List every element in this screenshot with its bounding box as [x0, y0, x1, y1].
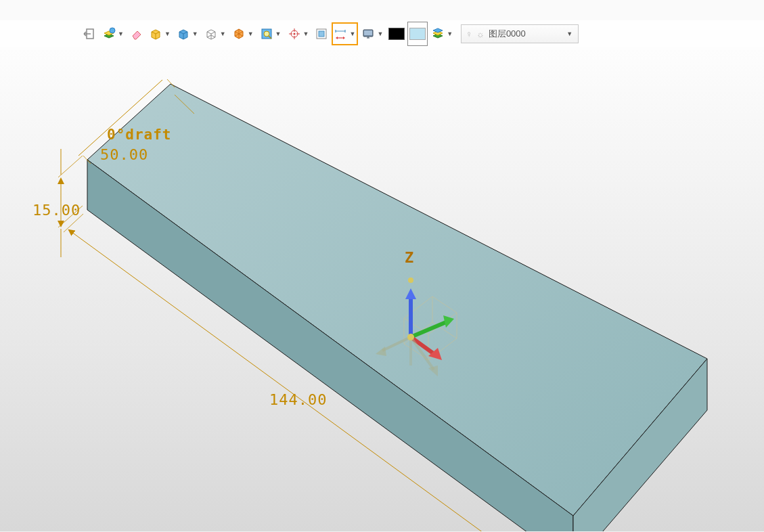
- layer-name-label: 图层0000: [489, 28, 526, 40]
- exit-button[interactable]: [81, 22, 99, 45]
- viewport-3d[interactable]: 0°draft 50.00 15.00 144.00 Z: [0, 47, 764, 531]
- box-yellow-icon: [148, 26, 163, 41]
- toolbar: ▼ ▼ ▼ ▼: [0, 20, 764, 47]
- face-select-icon: [314, 26, 329, 41]
- target-icon: [287, 26, 302, 41]
- dropdown-arrow-icon: ▼: [192, 30, 198, 37]
- sun-icon: ☼: [476, 29, 485, 39]
- model-scene: [0, 47, 764, 531]
- hexagon-icon: [231, 26, 246, 41]
- color-black[interactable]: [387, 22, 406, 45]
- svg-point-4: [293, 33, 295, 35]
- dim-length-label: 144.00: [269, 391, 327, 408]
- box-blue-icon: [176, 26, 191, 41]
- box-blue-tool[interactable]: ▼: [175, 22, 201, 45]
- hexagon-tool[interactable]: ▼: [230, 22, 256, 45]
- dimension-tool[interactable]: ▼: [332, 22, 358, 45]
- black-swatch: [388, 28, 405, 40]
- svg-rect-6: [319, 31, 324, 37]
- display-tool[interactable]: ▼: [359, 22, 386, 45]
- svg-point-36: [408, 278, 413, 283]
- svg-marker-9: [87, 84, 707, 516]
- box-wire-icon: [204, 26, 219, 41]
- dropdown-arrow-icon: ▼: [349, 30, 355, 37]
- exit-icon: [83, 26, 97, 41]
- svg-line-16: [58, 156, 83, 177]
- dropdown-arrow-icon: ▼: [118, 30, 124, 37]
- eraser-tool[interactable]: [128, 22, 145, 45]
- zoom-tool[interactable]: ▼: [258, 22, 284, 45]
- monitor-icon: [361, 26, 376, 41]
- axis-z-label: Z: [405, 249, 413, 266]
- zoom-icon: [259, 26, 274, 41]
- dropdown-arrow-icon: ▼: [275, 30, 282, 37]
- svg-point-2: [264, 31, 269, 37]
- box-wire-tool[interactable]: ▼: [202, 22, 229, 45]
- color-blue[interactable]: [407, 22, 428, 46]
- svg-point-0: [110, 28, 115, 33]
- layers-tool[interactable]: ▼: [100, 22, 127, 45]
- face-select-tool[interactable]: [313, 22, 330, 45]
- svg-point-35: [407, 334, 414, 340]
- blue-swatch: [409, 28, 426, 40]
- lightbulb-icon: ♀: [466, 29, 472, 39]
- dim-height-label: 15.00: [32, 202, 81, 219]
- svg-rect-8: [364, 30, 372, 35]
- target-tool[interactable]: ▼: [286, 22, 312, 45]
- layers-stack-icon: [430, 26, 445, 41]
- box-yellow-tool[interactable]: ▼: [147, 22, 173, 45]
- eraser-icon: [129, 26, 144, 41]
- layers-stack-tool[interactable]: ▼: [429, 22, 455, 45]
- layers-icon: [102, 26, 116, 41]
- draft-annotation: 0°draft: [107, 127, 172, 143]
- dim-width-label: 50.00: [100, 146, 148, 163]
- dimension-icon: [333, 26, 348, 41]
- dropdown-arrow-icon: ▼: [303, 30, 309, 37]
- dropdown-arrow-icon: ▼: [220, 30, 226, 37]
- dropdown-arrow-icon: ▼: [248, 30, 254, 37]
- dropdown-arrow-icon: ▼: [164, 30, 171, 37]
- layer-selector[interactable]: ♀ ☼ 图层0000 ▼: [461, 24, 579, 43]
- dropdown-arrow-icon: ▼: [377, 30, 383, 37]
- titlebar: [0, 0, 764, 20]
- dropdown-arrow-icon: ▼: [447, 30, 453, 37]
- dropdown-arrow-icon: ▼: [566, 30, 572, 37]
